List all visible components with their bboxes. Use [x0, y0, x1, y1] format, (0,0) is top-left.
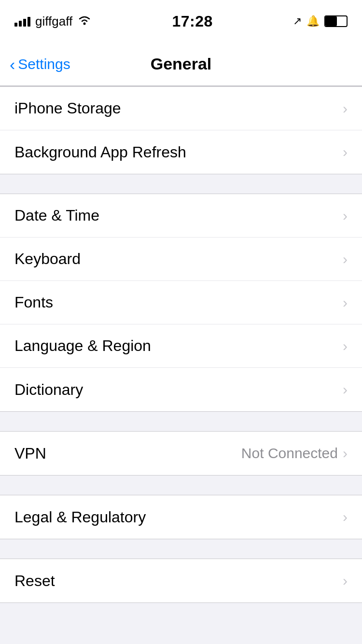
- fonts-row[interactable]: Fonts ›: [0, 281, 362, 324]
- status-time: 17:28: [172, 13, 212, 30]
- section-separator-3: [0, 476, 362, 495]
- date-time-label: Date & Time: [14, 207, 99, 224]
- date-time-row[interactable]: Date & Time ›: [0, 194, 362, 238]
- section-separator-2: [0, 412, 362, 431]
- back-button[interactable]: ‹ Settings: [10, 56, 70, 72]
- chevron-right-icon: ›: [343, 445, 348, 462]
- legal-regulatory-label: Legal & Regulatory: [14, 508, 146, 526]
- section-separator-1: [0, 174, 362, 194]
- storage-group: iPhone Storage › Background App Refresh …: [0, 86, 362, 174]
- keyboard-row[interactable]: Keyboard ›: [0, 238, 362, 281]
- chevron-right-icon: ›: [343, 381, 348, 398]
- vpn-row[interactable]: VPN Not Connected ›: [0, 432, 362, 475]
- background-app-refresh-label: Background App Refresh: [14, 143, 186, 161]
- location-icon: ↗: [293, 15, 302, 28]
- iphone-storage-row[interactable]: iPhone Storage ›: [0, 87, 362, 130]
- carrier-label: giffgaff: [35, 14, 72, 29]
- chevron-right-icon: ›: [343, 573, 348, 589]
- chevron-right-icon: ›: [343, 208, 348, 224]
- chevron-right-icon: ›: [343, 294, 348, 311]
- page-title: General: [151, 55, 212, 73]
- section-separator-5: [0, 603, 362, 632]
- chevron-right-icon: ›: [343, 251, 348, 267]
- back-chevron-icon: ‹: [10, 56, 15, 72]
- vpn-group: VPN Not Connected ›: [0, 431, 362, 476]
- wifi-icon: [77, 14, 92, 28]
- vpn-value: Not Connected: [241, 445, 338, 462]
- fonts-label: Fonts: [14, 294, 53, 311]
- dictionary-row[interactable]: Dictionary ›: [0, 368, 362, 411]
- nav-bar: ‹ Settings General: [0, 42, 362, 86]
- background-app-refresh-row[interactable]: Background App Refresh ›: [0, 130, 362, 174]
- legal-group: Legal & Regulatory ›: [0, 495, 362, 539]
- alarm-icon: 🔔: [306, 15, 320, 28]
- keyboard-label: Keyboard: [14, 250, 81, 268]
- section-separator-4: [0, 539, 362, 559]
- signal-bars-icon: [14, 16, 30, 27]
- chevron-right-icon: ›: [343, 509, 348, 525]
- iphone-storage-label: iPhone Storage: [14, 99, 121, 117]
- status-bar: giffgaff 17:28 ↗ 🔔: [0, 0, 362, 42]
- reset-row[interactable]: Reset ›: [0, 559, 362, 602]
- reset-label: Reset: [14, 572, 55, 590]
- dictionary-label: Dictionary: [14, 381, 83, 399]
- svg-point-0: [84, 23, 86, 25]
- back-label: Settings: [18, 56, 70, 72]
- datetime-group: Date & Time › Keyboard › Fonts › Languag…: [0, 194, 362, 412]
- legal-regulatory-row[interactable]: Legal & Regulatory ›: [0, 495, 362, 539]
- language-region-row[interactable]: Language & Region ›: [0, 324, 362, 368]
- chevron-right-icon: ›: [343, 338, 348, 354]
- vpn-label: VPN: [14, 445, 46, 462]
- battery-indicator: [324, 15, 348, 27]
- chevron-right-icon: ›: [343, 144, 348, 160]
- status-left: giffgaff: [14, 14, 92, 29]
- language-region-label: Language & Region: [14, 337, 151, 355]
- status-right: ↗ 🔔: [293, 15, 348, 28]
- chevron-right-icon: ›: [343, 100, 348, 117]
- reset-group: Reset ›: [0, 559, 362, 603]
